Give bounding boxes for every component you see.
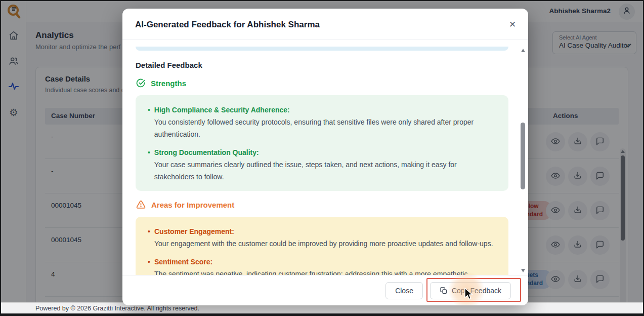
bullet-marker: • [148, 256, 154, 275]
strength-title: High Compliance & Security Adherence: [154, 104, 496, 116]
bullet-marker: • [148, 225, 154, 250]
app-window: Abhishek Sharma2 [0, 0, 644, 316]
improvements-box: • Customer Engagement: Your engagement w… [136, 217, 508, 275]
improvement-item: • Sentiment Score: The sentiment was neg… [148, 256, 496, 275]
close-button[interactable]: Close [385, 282, 423, 299]
improvement-title: Sentiment Score: [154, 256, 467, 268]
strength-body: Your case summaries clearly outlined the… [154, 159, 496, 183]
modal-header: AI-Generated Feedback for Abhishek Sharm… [122, 9, 528, 40]
copy-icon [440, 287, 448, 295]
copy-feedback-button[interactable]: Copy Feedback [430, 282, 511, 299]
scrollbar-thumb[interactable] [521, 123, 525, 189]
bullet-marker: • [148, 104, 154, 140]
modal-title: AI-Generated Feedback for Abhishek Sharm… [135, 20, 320, 30]
strength-title: Strong Documentation Quality: [154, 146, 496, 159]
improvement-body: The sentiment was negative, indicating c… [154, 268, 467, 275]
modal-footer: Close Copy Feedback [122, 275, 528, 305]
strength-item: • High Compliance & Security Adherence: … [148, 104, 496, 140]
improvement-title: Customer Engagement: [154, 225, 493, 238]
warning-triangle-icon [136, 200, 146, 210]
improvement-item: • Customer Engagement: Your engagement w… [148, 225, 496, 250]
modal-scrollbar[interactable] [520, 48, 526, 273]
close-icon[interactable]: ✕ [505, 17, 520, 31]
copy-feedback-wrapper: Copy Feedback [430, 282, 511, 299]
strength-body: You consistently followed security proto… [154, 116, 496, 140]
strengths-heading: Strengths [136, 78, 508, 88]
strength-item: • Strong Documentation Quality: Your cas… [148, 146, 496, 183]
improvements-heading: Areas for Improvement [136, 200, 508, 210]
copyright-text: Powered by © 2026 Grazitti Interactive. … [35, 305, 199, 312]
check-circle-icon [136, 78, 146, 88]
feedback-modal: AI-Generated Feedback for Abhishek Sharm… [122, 9, 528, 305]
improvement-body: Your engagement with the customer could … [154, 238, 493, 250]
modal-body[interactable]: Detailed Feedback Strengths • High Compl… [122, 40, 528, 275]
detailed-feedback-heading: Detailed Feedback [136, 61, 508, 69]
scroll-down-arrow-icon[interactable] [521, 269, 525, 272]
scroll-up-arrow-icon[interactable] [521, 49, 525, 52]
scrolled-card-edge [136, 47, 508, 51]
strengths-box: • High Compliance & Security Adherence: … [136, 95, 508, 191]
bullet-marker: • [148, 146, 154, 183]
